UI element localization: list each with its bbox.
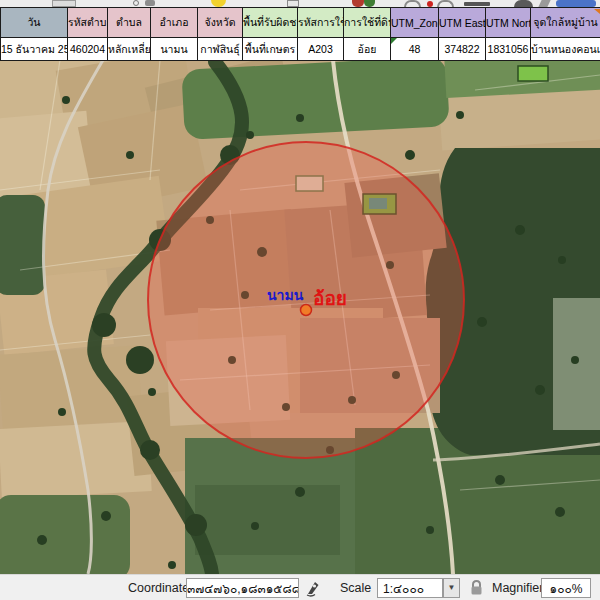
- coordinate-input[interactable]: [186, 578, 299, 598]
- cell-utm-zone: 48: [391, 38, 439, 61]
- cell-utm-north: 1831056: [486, 38, 531, 61]
- cell-amphoe: นามน: [151, 38, 198, 61]
- search-icon[interactable]: [133, 0, 139, 6]
- col-header-resp-area: พื้นที่รับผิดชอบ: [243, 8, 298, 38]
- scale-value: 1:๔๐๐๐: [383, 579, 424, 598]
- window-icon[interactable]: [52, 0, 76, 7]
- table-row: 15 ธันวาคม 2568 460204 หลักเหลี่ยม นามน …: [1, 38, 600, 61]
- selection-wedge-icon: [594, 9, 600, 14]
- cell-landuse-code: A203: [298, 38, 344, 61]
- cell-note-marker: [391, 38, 397, 44]
- blue-panel-fragment: [556, 0, 596, 7]
- table-header-row: วัน รหัสตำบล ตำบล อำเภอ จังหวัด พื้นที่ร…: [1, 8, 600, 38]
- crop-label: อ้อย: [313, 288, 347, 309]
- col-header-date: วัน: [1, 8, 68, 38]
- plot-marker[interactable]: [301, 305, 312, 316]
- col-header-utm-north: UTM North: [486, 8, 531, 38]
- measure-icon[interactable]: [464, 2, 490, 6]
- pen-icon[interactable]: [538, 0, 550, 7]
- col-header-tambon: ตำบล: [108, 8, 151, 38]
- col-header-utm-zone: UTM_Zone: [391, 8, 439, 38]
- col-header-near-village: จุดใกล้หมู่บ้าน: [531, 8, 600, 38]
- cell-tambon-code: 460204: [68, 38, 108, 61]
- cloud-icon[interactable]: [514, 0, 533, 7]
- yellow-marker-icon[interactable]: [211, 0, 226, 7]
- cell-resp-area: พื้นที่เกษตร: [243, 38, 298, 61]
- magnifier-label: Magnifier: [492, 581, 543, 595]
- scale-label: Scale: [340, 581, 371, 595]
- lock-icon[interactable]: [469, 579, 484, 596]
- edit-pen-icon[interactable]: [304, 579, 322, 597]
- scale-dropdown-arrow-icon[interactable]: ▼: [443, 578, 460, 598]
- coordinate-label: Coordinate: [128, 581, 189, 595]
- col-header-tambon-code: รหัสตำบล: [68, 8, 108, 38]
- page-icon[interactable]: [287, 0, 299, 7]
- cell-near-village: บ้านหนองคอนเตรียม: [531, 38, 600, 61]
- cell-utm-east: 374822: [439, 38, 486, 61]
- tree-icon[interactable]: [364, 0, 375, 7]
- arc-left-icon[interactable]: [404, 0, 421, 7]
- district-label: นามน: [267, 287, 304, 303]
- buffer-circle: [148, 142, 464, 458]
- arc-right-icon[interactable]: [437, 0, 454, 7]
- cell-province: กาฬสินธุ์: [198, 38, 243, 61]
- cell-date: 15 ธันวาคม 2568: [1, 38, 68, 61]
- satellite-map: นามน อ้อย: [0, 60, 600, 574]
- map-canvas[interactable]: นามน อ้อย: [0, 60, 600, 574]
- tree-icon[interactable]: [352, 0, 364, 7]
- attribute-table: วัน รหัสตำบล ตำบล อำเภอ จังหวัด พื้นที่ร…: [0, 7, 600, 61]
- col-header-province: จังหวัด: [198, 8, 243, 38]
- col-header-landuse-code: รหัสการใช้ที่ดิน: [298, 8, 344, 38]
- status-bar: Coordinate Scale 1:๔๐๐๐ ▼ Magnifier: [0, 574, 600, 600]
- col-header-utm-east: UTM East: [439, 8, 486, 38]
- cell-tambon: หลักเหลี่ยม: [108, 38, 151, 61]
- magnifier-input[interactable]: [541, 578, 591, 598]
- hand-icon[interactable]: [145, 0, 155, 6]
- scale-select[interactable]: 1:๔๐๐๐: [377, 578, 443, 598]
- cell-landuse: อ้อย: [344, 38, 391, 61]
- col-header-landuse: การใช้ที่ดิน: [344, 8, 391, 38]
- col-header-amphoe: อำเภอ: [151, 8, 198, 38]
